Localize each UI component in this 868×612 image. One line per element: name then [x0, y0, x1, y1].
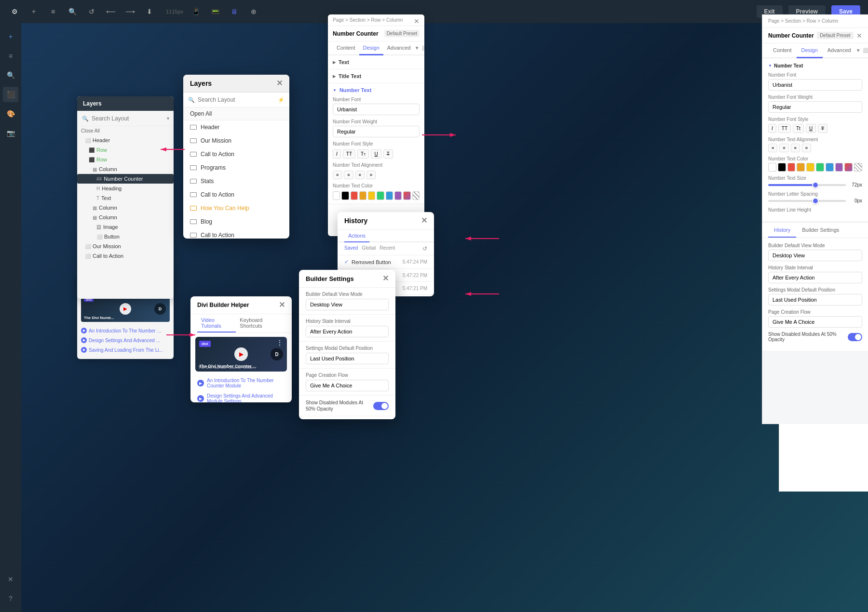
dpm-swatch-green[interactable] — [816, 163, 824, 172]
preset-selector[interactable]: Default Preset — [384, 30, 420, 37]
dpm-preset[interactable]: Default Preset — [817, 32, 853, 39]
swatch-green[interactable] — [377, 191, 384, 200]
sidebar-help-icon[interactable]: ? — [3, 591, 18, 606]
dpm-justify[interactable]: ≡ — [802, 144, 811, 152]
swatch-white[interactable] — [333, 191, 340, 200]
swatch-orange[interactable] — [359, 191, 366, 200]
list-item[interactable]: Call to Action — [183, 188, 289, 201]
dpm-view-select[interactable]: Desktop View — [768, 250, 862, 261]
sidebar-settings-icon[interactable]: ✕ — [3, 572, 18, 587]
modal-close-icon[interactable]: ✕ — [414, 17, 420, 25]
play-button[interactable]: ▶ — [234, 347, 248, 361]
helper-video-thumb[interactable]: divi The Divi Number Counter ... ▶ D ⋮ T… — [195, 337, 287, 372]
dpm-center[interactable]: ≡ — [779, 144, 788, 152]
strikethrough-btn[interactable]: T — [383, 149, 393, 159]
sidebar-layers-icon[interactable]: ≡ — [3, 48, 18, 64]
sidebar-modules-icon[interactable]: ⬛ — [3, 87, 18, 102]
list-item[interactable]: ▦ Column — [77, 203, 174, 213]
swatch-gradient[interactable] — [403, 191, 410, 200]
swatch-purple[interactable] — [394, 191, 402, 200]
tab-advanced[interactable]: Advanced — [383, 41, 415, 54]
dpm-right[interactable]: ≡ — [791, 144, 800, 152]
dpm-history-tab[interactable]: History — [768, 223, 796, 238]
dpm-advanced-tab[interactable]: Advanced — [823, 43, 856, 57]
device-mobile-icon[interactable]: 📱 — [189, 5, 203, 18]
keyboard-shortcuts-tab[interactable]: Keyboard Shortcuts — [236, 314, 285, 333]
helper-link-2[interactable]: ▶ Design Settings And Advanced Module Se… — [190, 391, 292, 402]
layers-filter-icon[interactable]: ⚡ — [278, 97, 285, 103]
video-thumbnail[interactable]: divi The Divi Numb... ▶ D — [81, 295, 170, 322]
dpm-tt2[interactable]: Tt — [793, 124, 804, 133]
align-justify-btn[interactable]: ≡ — [366, 171, 376, 179]
history-close-icon[interactable]: ✕ — [421, 217, 427, 225]
dpm-swatch-black[interactable] — [778, 163, 786, 172]
align-left-btn[interactable]: ≡ — [333, 171, 342, 179]
list-item[interactable]: H Heading — [77, 184, 174, 193]
default-view-select[interactable]: Desktop View — [306, 299, 389, 310]
dpm-size-slider[interactable] — [768, 184, 846, 186]
video-link-2[interactable]: ▶ Design Settings And Advanced ... — [77, 335, 174, 345]
tab-content[interactable]: Content — [333, 41, 359, 54]
list-item[interactable]: Blog — [183, 215, 289, 228]
dpm-disabled-toggle[interactable] — [848, 333, 862, 341]
dpm-interval-select[interactable]: After Every Action — [768, 272, 862, 283]
list-item[interactable]: Call to Action — [183, 228, 289, 239]
dpm-close-icon[interactable]: ✕ — [856, 32, 862, 39]
builder-settings-close[interactable]: ✕ — [382, 275, 389, 282]
video-tutorials-tab[interactable]: Video Tutorials — [197, 314, 236, 333]
add-module-icon[interactable]: ＋ — [27, 5, 41, 18]
tt2-btn[interactable]: Tt — [357, 149, 369, 159]
dpm-weight-select[interactable]: Regular — [768, 101, 862, 113]
swatch-black[interactable] — [341, 191, 349, 200]
zoom-icon[interactable]: ⊕ — [247, 5, 260, 18]
list-item[interactable]: Stats — [183, 174, 289, 188]
swatch-red[interactable] — [351, 191, 358, 200]
play-button[interactable]: ▶ — [120, 303, 131, 315]
list-item-how[interactable]: How You Can Help — [183, 201, 289, 215]
list-item[interactable]: Programs — [183, 161, 289, 174]
number-font-select[interactable]: Urbanist — [333, 104, 420, 115]
settings-icon[interactable]: ⚙ — [8, 5, 21, 18]
helper-link-1[interactable]: ▶ An Introduction To The Number Counter … — [190, 375, 292, 391]
video-menu-icon[interactable]: ⋮ — [276, 339, 283, 346]
disabled-modules-toggle[interactable] — [373, 402, 389, 410]
dpm-position-select[interactable]: Last Used Position — [768, 294, 862, 306]
swatch-yellow[interactable] — [368, 191, 375, 200]
text-section-toggle[interactable]: Text — [333, 59, 420, 65]
list-item[interactable]: ⬜ Call to Action — [77, 251, 174, 261]
dpm-design-tab[interactable]: Design — [797, 43, 823, 58]
number-text-toggle[interactable]: Number Text — [333, 87, 420, 93]
recent-subtab[interactable]: Recent — [380, 245, 395, 252]
layers-fg-close[interactable]: ✕ — [276, 80, 283, 87]
modal-position-select[interactable]: Last Used Position — [306, 353, 389, 364]
history-item[interactable]: ✓ Removed Button 5:47:24 PM — [338, 255, 434, 269]
history-icon[interactable]: ↺ — [85, 5, 98, 18]
device-desktop-icon[interactable]: 🖥 — [228, 5, 241, 18]
tt-btn[interactable]: TT — [343, 149, 355, 159]
tab-design[interactable]: Design — [359, 41, 383, 55]
page-creation-select[interactable]: Give Me A Choice — [306, 380, 389, 391]
title-text-toggle[interactable]: Title Text — [333, 73, 420, 79]
search-icon[interactable]: 🔍 — [66, 5, 79, 18]
dpm-letter-slider[interactable] — [768, 200, 846, 202]
dpm-left[interactable]: ≡ — [768, 144, 777, 152]
dpm-font-select[interactable]: Urbanist — [768, 79, 862, 91]
dpm-swatch-gradient[interactable] — [844, 163, 853, 172]
tab-expand-icon[interactable]: ⬜ — [421, 45, 424, 51]
dpm-content-tab[interactable]: Content — [768, 43, 797, 57]
list-item[interactable]: ⬜ Our Mission — [77, 241, 174, 251]
layers-icon[interactable]: ≡ — [46, 5, 60, 18]
list-item[interactable]: T Text — [77, 193, 174, 203]
video-link-3[interactable]: ▶ Saving And Loading From The Li... — [77, 345, 174, 355]
dpm-italic[interactable]: I — [768, 124, 776, 133]
dpm-tt[interactable]: TT — [778, 124, 791, 133]
list-item[interactable]: ▦ Column — [77, 164, 174, 174]
swatch-custom[interactable] — [412, 191, 420, 200]
open-all-link[interactable]: Open All — [183, 107, 289, 120]
sidebar-media-icon[interactable]: 📷 — [3, 125, 18, 141]
list-item-active[interactable]: ## Number Counter — [77, 174, 174, 184]
video-link-1[interactable]: ▶ An Introduction To The Number ... — [77, 326, 174, 335]
layers-search-input[interactable] — [92, 115, 164, 122]
list-item[interactable]: 🖼 Image — [77, 222, 174, 232]
italic-btn[interactable]: I — [333, 149, 341, 159]
